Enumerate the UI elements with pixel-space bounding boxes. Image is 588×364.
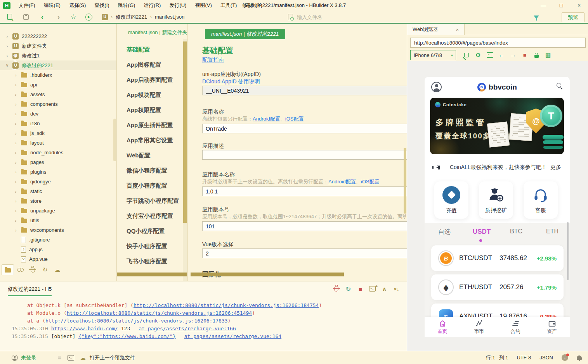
- settings-button[interactable]: ⚙: [472, 50, 484, 60]
- tree-folder[interactable]: ›static: [0, 186, 116, 196]
- filter-button[interactable]: [530, 11, 543, 23]
- nav-forward-button[interactable]: ›: [52, 11, 65, 23]
- tree-folder[interactable]: ›.hbuilderx: [0, 70, 116, 80]
- chevron-right-icon[interactable]: ›: [13, 209, 18, 213]
- page-forward-button[interactable]: →: [507, 50, 519, 60]
- tree-folder[interactable]: ›utils: [0, 216, 116, 225]
- open-previous-preview[interactable]: 打开上一个预览文件: [90, 354, 135, 361]
- recharge-button[interactable]: 充值: [434, 181, 468, 219]
- chevron-right-icon[interactable]: ›: [13, 83, 18, 87]
- cloud-icon[interactable]: ☁: [80, 355, 86, 361]
- chevron-right-icon[interactable]: ›: [13, 92, 18, 97]
- chevron-right-icon[interactable]: ›: [5, 34, 10, 39]
- chevron-right-icon[interactable]: ›: [13, 170, 18, 174]
- nav-item-app-icon[interactable]: App图标配置: [117, 57, 183, 72]
- maximize-button[interactable]: □: [552, 0, 570, 11]
- browser-tab[interactable]: Web浏览器×: [407, 24, 465, 35]
- encoding-indicator[interactable]: UTF-8: [517, 355, 531, 361]
- ios-config-link[interactable]: iOS配置: [285, 116, 304, 122]
- tree-folder[interactable]: ›node_modules: [0, 148, 116, 157]
- chevron-right-icon[interactable]: ›: [13, 131, 18, 136]
- vue-version-select[interactable]: [202, 248, 407, 258]
- support-button[interactable]: 客服: [524, 181, 558, 219]
- tree-folder[interactable]: ›assets: [0, 90, 116, 99]
- tree-folder[interactable]: ›components: [0, 99, 116, 109]
- ios-config-link[interactable]: iOS配置: [361, 179, 380, 185]
- lock-button[interactable]: [531, 50, 542, 60]
- nav-item-weixin[interactable]: 微信小程序配置: [117, 163, 183, 178]
- menu-file[interactable]: 文件(F): [14, 0, 40, 11]
- device-selector[interactable]: iPhone 6/7/8▾: [410, 50, 456, 60]
- url-input[interactable]: [410, 38, 586, 48]
- nav-hscroll-thumb[interactable]: [117, 273, 187, 276]
- tree-project[interactable]: ›修改过1修改过1: [0, 51, 116, 60]
- filetype-indicator[interactable]: JSON: [539, 355, 553, 361]
- nav-home[interactable]: 首页: [431, 319, 454, 335]
- new-console-button[interactable]: >_+: [369, 285, 376, 292]
- nav-scroll-thumb[interactable]: [183, 41, 187, 223]
- nav-item-web[interactable]: Web配置: [117, 148, 183, 163]
- editor-scroll-thumb[interactable]: [404, 148, 406, 214]
- chevron-right-icon[interactable]: ›: [13, 150, 18, 155]
- android-config-link[interactable]: Android配置: [253, 116, 280, 122]
- stack-link[interactable]: http://localhost:8080/static/js/chunk-ve…: [67, 310, 252, 316]
- tree-folder[interactable]: ›layout: [0, 138, 116, 148]
- tree-project[interactable]: ›U222222222: [0, 31, 116, 41]
- bell-icon[interactable]: [577, 355, 582, 360]
- tree-project[interactable]: ›U新建文件夹: [0, 41, 116, 51]
- editor-tab[interactable]: manifest.json | 修改过的2221: [205, 29, 285, 39]
- source-link[interactable]: at pages/assets/recharge.vue:166: [139, 326, 236, 331]
- qrcode-button[interactable]: ▦: [542, 50, 554, 60]
- breadcrumb-project[interactable]: 修改过的2221: [116, 14, 147, 21]
- chevron-right-icon[interactable]: ›: [13, 112, 18, 116]
- chevron-right-icon[interactable]: ›: [13, 199, 18, 204]
- explorer-tab[interactable]: [2, 264, 14, 275]
- minimize-button[interactable]: —: [534, 0, 552, 11]
- tree-folder[interactable]: ›pages: [0, 157, 116, 167]
- nav-item-kuaishou[interactable]: 快手小程序配置: [117, 239, 183, 254]
- tab-btc[interactable]: BTC: [510, 228, 522, 235]
- nav-item-app-misc[interactable]: App常用其它设置: [117, 133, 183, 148]
- restart-button[interactable]: ↻: [345, 285, 352, 292]
- tree-folder[interactable]: ›plugins: [0, 167, 116, 177]
- notice-more-link[interactable]: 更多: [550, 164, 561, 171]
- dcloud-appid-link[interactable]: DCloud AppID 使用说明: [202, 78, 260, 85]
- menu-select[interactable]: 选择(S): [65, 0, 90, 11]
- nav-item-baidu[interactable]: 百度小程序配置: [117, 178, 183, 193]
- tree-folder[interactable]: ›i18n: [0, 119, 116, 128]
- version-name-input[interactable]: [202, 186, 407, 196]
- version-code-input[interactable]: [202, 221, 407, 231]
- notice-bar[interactable]: CoinALL最强福利来袭，赶快来参与吧！ 更多: [425, 159, 570, 176]
- search-icon[interactable]: [557, 83, 562, 89]
- console-tab[interactable]: 修改过的2221 - H5: [8, 286, 52, 296]
- nav-item-basic[interactable]: 基础配置: [117, 42, 183, 57]
- nav-item-permissions[interactable]: App权限配置: [117, 103, 183, 118]
- config-guide-link[interactable]: 配置指南: [202, 57, 224, 63]
- menu-tools[interactable]: 工具(T): [216, 0, 241, 11]
- breadcrumb-file[interactable]: manifest.json: [155, 14, 185, 20]
- login-status[interactable]: 未登录: [21, 354, 36, 361]
- stop-button[interactable]: ■: [357, 285, 364, 292]
- pair-row-btc[interactable]: B BTC/USDT 37485.62 +2.98%: [431, 245, 564, 271]
- sync-tab[interactable]: ↻: [39, 264, 51, 275]
- chevron-right-icon[interactable]: ›: [13, 141, 18, 145]
- favorite-button[interactable]: ☆: [67, 11, 80, 23]
- nav-item-bytedance[interactable]: 字节跳动小程序配置: [117, 193, 183, 209]
- chevron-right-icon[interactable]: ›: [13, 218, 18, 223]
- tree-file[interactable]: VApp.vue: [0, 254, 116, 264]
- tree-folder[interactable]: ›qidongye: [0, 177, 116, 186]
- update-download-icon[interactable]: ↓: [562, 354, 568, 361]
- preview-button[interactable]: 预览: [562, 12, 585, 22]
- debug-button[interactable]: [333, 285, 340, 292]
- menu-edit[interactable]: 编辑(E): [40, 0, 65, 11]
- chevron-right-icon[interactable]: ›: [13, 189, 18, 194]
- chevron-down-icon[interactable]: ∨: [5, 63, 10, 68]
- menu-goto[interactable]: 跳转(G): [114, 0, 140, 11]
- app-desc-input[interactable]: [202, 150, 407, 160]
- open-external-button[interactable]: [461, 50, 472, 60]
- nav-assets[interactable]: 资产: [540, 319, 564, 335]
- network-tab[interactable]: ☁: [51, 264, 64, 275]
- log-link[interactable]: https://www.baidu.com/: [51, 326, 118, 331]
- tab-eth[interactable]: ETH: [546, 228, 559, 235]
- staking-button[interactable]: 质押挖矿: [479, 181, 513, 219]
